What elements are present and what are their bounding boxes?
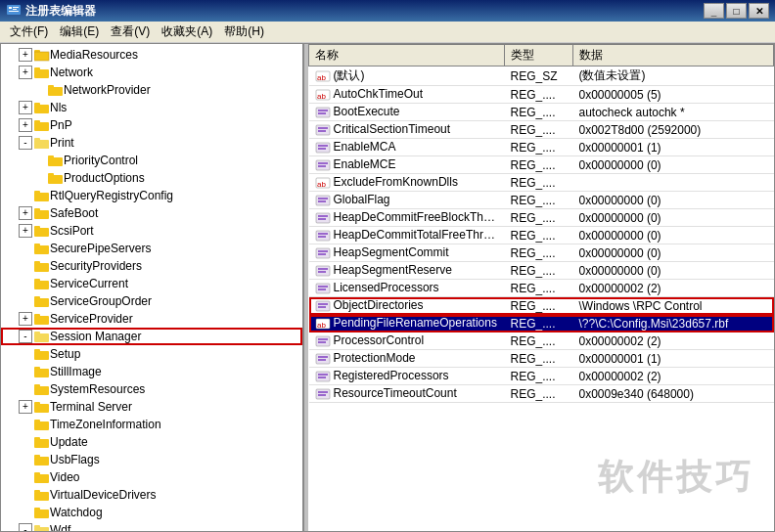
svg-rect-81 xyxy=(318,148,326,150)
title-bar: 注册表编辑器 _ □ ✕ xyxy=(0,0,775,22)
table-row[interactable]: GlobalFlagREG_....0x00000000 (0) xyxy=(309,192,774,209)
tree-item-productoptions[interactable]: ProductOptions xyxy=(1,169,302,187)
cell-name: ab (默认) xyxy=(309,66,505,86)
tree-item-network[interactable]: + Network xyxy=(1,64,302,81)
cell-data: 0x00000002 (2) xyxy=(573,368,774,385)
tree-item-systemresources[interactable]: SystemResources xyxy=(1,380,302,398)
expand-icon[interactable]: + xyxy=(19,101,32,114)
table-row[interactable]: ObjectDirectoriesREG_....\Windows \RPC C… xyxy=(309,297,774,315)
table-row[interactable]: CriticalSectionTimeoutREG_....0x002T8d00… xyxy=(309,121,774,139)
table-row[interactable]: HeapDeCommitTotalFreeThre...REG_....0x00… xyxy=(309,227,774,244)
tree-item-terminalserver[interactable]: + Terminal Server xyxy=(1,398,302,416)
table-row[interactable]: ProtectionModeREG_....0x00000001 (1) xyxy=(309,350,774,368)
table-row[interactable]: ResourceTimeoutCountREG_....0x0009e340 (… xyxy=(309,385,774,403)
table-row[interactable]: ab PendingFileRenameOperationsREG_....\?… xyxy=(309,315,774,332)
table-row[interactable]: EnableMCEREG_....0x00000000 (0) xyxy=(309,156,774,174)
expand-icon[interactable]: + xyxy=(19,66,32,79)
table-row[interactable]: RegisteredProcessorsREG_....0x00000002 (… xyxy=(309,368,774,385)
tree-item-servicecurrent[interactable]: ServiceCurrent xyxy=(1,275,302,292)
tree-item-scsiport[interactable]: + ScsiPort xyxy=(1,222,302,240)
tree-item-safeboot[interactable]: + SafeBoot xyxy=(1,204,302,222)
svg-rect-111 xyxy=(318,338,328,340)
expand-icon[interactable]: + xyxy=(19,224,32,238)
tree-item-pnp[interactable]: + PnP xyxy=(1,116,302,134)
svg-rect-44 xyxy=(34,367,40,370)
expand-placeholder xyxy=(19,242,32,255)
reg-icon xyxy=(315,352,331,366)
tree-label: Nls xyxy=(50,101,67,114)
table-row[interactable]: HeapSegmentReserveREG_....0x00000000 (0) xyxy=(309,262,774,280)
tree-item-print[interactable]: - Print xyxy=(1,134,302,152)
table-row[interactable]: ab ExcludeFromKnownDllsREG_.... xyxy=(309,174,774,192)
menu-file[interactable]: 文件(F) xyxy=(4,22,54,42)
table-row[interactable]: BootExecuteREG_....autocheck autochk * xyxy=(309,104,774,121)
svg-rect-6 xyxy=(34,50,40,53)
expand-icon[interactable]: + xyxy=(19,400,32,414)
tree-item-virtualdevicedrivers[interactable]: VirtualDeviceDrivers xyxy=(1,486,302,504)
expand-placeholder xyxy=(19,470,32,484)
col-header-data[interactable]: 数据 xyxy=(573,45,774,66)
svg-text:ab: ab xyxy=(317,180,326,189)
tree-item-servicegrouporder[interactable]: ServiceGroupOrder xyxy=(1,292,302,310)
cell-type: REG_.... xyxy=(505,332,573,350)
cell-name: ab AutoChkTimeOut xyxy=(309,86,505,104)
maximize-button[interactable]: □ xyxy=(726,3,747,19)
expand-icon[interactable]: - xyxy=(19,523,32,531)
svg-rect-56 xyxy=(34,472,40,475)
tree-item-setup[interactable]: Setup xyxy=(1,345,302,363)
ab-icon: ab xyxy=(315,317,331,331)
col-header-type[interactable]: 类型 xyxy=(505,45,573,66)
tree-item-networkprovider[interactable]: NetworkProvider xyxy=(1,81,302,99)
tree-item-securepipeservers[interactable]: SecurePipeServers xyxy=(1,240,302,257)
tree-item-nls[interactable]: + Nls xyxy=(1,99,302,116)
tree-item-stillimage[interactable]: StillImage xyxy=(1,363,302,380)
folder-icon xyxy=(34,189,50,202)
tree-item-update[interactable]: Update xyxy=(1,433,302,451)
table-row[interactable]: HeapDeCommitFreeBlockThre...REG_....0x00… xyxy=(309,209,774,227)
svg-rect-31 xyxy=(34,263,49,272)
tree-item-usbflags[interactable]: UsbFlags xyxy=(1,451,302,468)
menu-help[interactable]: 帮助(H) xyxy=(218,22,270,42)
tree-item-rtlquery[interactable]: RtlQueryRegistryConfig xyxy=(1,187,302,204)
svg-rect-29 xyxy=(34,245,49,254)
registry-table: 名称 类型 数据 ab (默认)REG_SZ(数值未设置) ab AutoChk… xyxy=(308,44,774,403)
tree-item-securityproviders[interactable]: SecurityProviders xyxy=(1,257,302,275)
expand-icon[interactable]: + xyxy=(19,48,32,62)
svg-rect-21 xyxy=(48,175,63,184)
tree-item-watchdog[interactable]: Watchdog xyxy=(1,504,302,521)
tree-item-mediaresources[interactable]: + MediaResources xyxy=(1,46,302,64)
cell-data: (数值未设置) xyxy=(573,66,774,86)
svg-rect-103 xyxy=(318,286,328,288)
menu-edit[interactable]: 编辑(E) xyxy=(54,22,105,42)
expand-icon[interactable]: + xyxy=(19,312,32,326)
expand-icon[interactable]: + xyxy=(19,118,32,132)
expand-icon[interactable]: - xyxy=(19,136,32,150)
minimize-button[interactable]: _ xyxy=(704,3,724,19)
table-row[interactable]: EnableMCAREG_....0x00000001 (1) xyxy=(309,139,774,156)
table-row[interactable]: LicensedProcessorsREG_....0x00000002 (2) xyxy=(309,280,774,297)
tree-item-wdf[interactable]: - Wdf xyxy=(1,521,302,531)
col-header-name[interactable]: 名称 xyxy=(309,45,505,66)
tree-item-timezoneinformation[interactable]: TimeZoneInformation xyxy=(1,416,302,433)
expand-icon[interactable]: + xyxy=(19,206,32,220)
table-row[interactable]: ab (默认)REG_SZ(数值未设置) xyxy=(309,66,774,86)
tree-item-serviceprovider[interactable]: + ServiceProvider xyxy=(1,310,302,328)
folder-icon xyxy=(34,488,50,502)
tree-label: SecurityProviders xyxy=(50,259,142,273)
reg-icon xyxy=(315,123,331,137)
close-button[interactable]: ✕ xyxy=(749,3,769,19)
cell-type: REG_.... xyxy=(505,262,573,280)
tree-panel[interactable]: + MediaResources + Network NetworkProvid… xyxy=(1,44,304,531)
tree-item-session-manager[interactable]: - Session Manager xyxy=(1,328,302,345)
expand-icon[interactable]: - xyxy=(19,330,32,343)
menu-favorites[interactable]: 收藏夹(A) xyxy=(156,22,218,42)
tree-item-video[interactable]: Video xyxy=(1,468,302,486)
table-row[interactable]: ab AutoChkTimeOutREG_....0x00000005 (5) xyxy=(309,86,774,104)
svg-rect-4 xyxy=(9,11,19,12)
cell-type: REG_.... xyxy=(505,244,573,262)
tree-item-prioritycontrol[interactable]: PriorityControl xyxy=(1,152,302,169)
menu-view[interactable]: 查看(V) xyxy=(105,22,156,42)
table-row[interactable]: ProcessorControlREG_....0x00000002 (2) xyxy=(309,332,774,350)
svg-rect-51 xyxy=(34,439,49,448)
table-row[interactable]: HeapSegmentCommitREG_....0x00000000 (0) xyxy=(309,244,774,262)
